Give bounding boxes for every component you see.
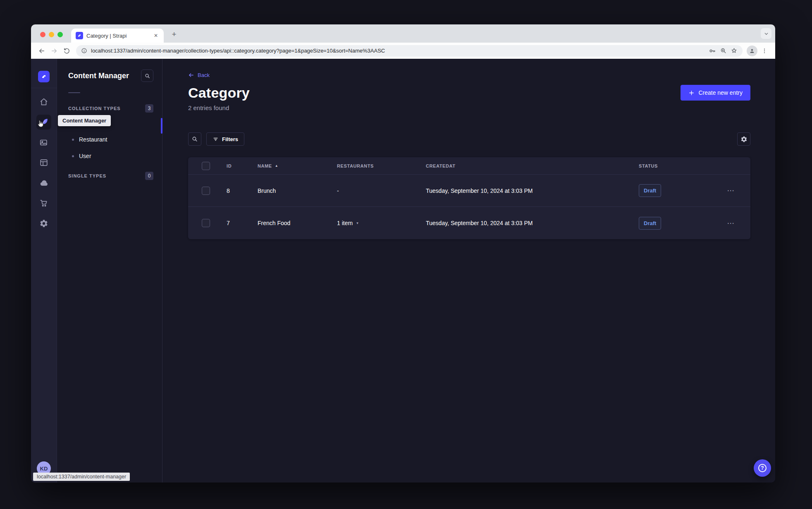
password-manager-icon[interactable] bbox=[709, 47, 716, 55]
entries-table: ID NAME ▲ RESTAURANTS CREATEDAT STATUS 8… bbox=[188, 157, 750, 239]
bullet-icon bbox=[72, 139, 74, 141]
back-label: Back bbox=[198, 72, 210, 78]
sort-asc-icon: ▲ bbox=[275, 164, 279, 168]
collection-types-label: COLLECTION TYPES bbox=[68, 106, 121, 111]
create-new-entry-label: Create new entry bbox=[698, 89, 743, 96]
subnav-search-button[interactable] bbox=[141, 70, 153, 82]
single-types-label: SINGLE TYPES bbox=[68, 173, 106, 178]
link-preview-statusbar: localhost:1337/admin/content-manager bbox=[33, 473, 130, 481]
cell-id: 8 bbox=[227, 187, 258, 194]
nav-marketplace-icon[interactable] bbox=[36, 196, 51, 211]
help-button[interactable]: ? bbox=[754, 459, 771, 477]
plus-icon bbox=[688, 90, 695, 96]
back-link[interactable]: Back bbox=[188, 71, 210, 79]
zoom-icon[interactable] bbox=[720, 47, 727, 54]
entries-count: 2 entries found bbox=[188, 104, 750, 112]
bullet-icon bbox=[72, 155, 74, 157]
question-mark-icon: ? bbox=[758, 464, 767, 472]
site-info-icon[interactable] bbox=[81, 48, 87, 54]
page-title: Category bbox=[188, 85, 250, 101]
cell-name: French Food bbox=[258, 220, 337, 226]
table-header-row: ID NAME ▲ RESTAURANTS CREATEDAT STATUS bbox=[188, 157, 750, 175]
back-nav-icon[interactable] bbox=[36, 46, 47, 56]
subnav-item-label: User bbox=[79, 153, 91, 159]
subnav-title: Content Manager bbox=[68, 72, 129, 80]
strapi-favicon-icon bbox=[76, 32, 83, 39]
column-header-restaurants[interactable]: RESTAURANTS bbox=[337, 163, 426, 168]
mouse-cursor-icon bbox=[36, 119, 45, 130]
nav-home-icon[interactable] bbox=[36, 94, 51, 109]
strapi-admin: KD Content Manager COLLECTION TYPES 3 Ca… bbox=[31, 59, 775, 483]
close-tab-icon[interactable]: ✕ bbox=[152, 32, 160, 39]
cell-restaurants[interactable]: 1 item ▾ bbox=[337, 220, 426, 226]
table-row[interactable]: 8 Brunch - Tuesday, September 10, 2024 a… bbox=[188, 175, 750, 207]
reload-icon[interactable] bbox=[61, 46, 72, 56]
column-header-name[interactable]: NAME ▲ bbox=[258, 163, 337, 168]
active-item-indicator bbox=[161, 118, 162, 134]
search-icon bbox=[191, 136, 198, 142]
single-types-count-badge: 0 bbox=[145, 172, 153, 180]
close-window-button[interactable] bbox=[40, 32, 45, 37]
arrow-left-icon bbox=[188, 72, 194, 78]
collection-types-count-badge: 3 bbox=[145, 104, 153, 113]
row-actions-button[interactable]: ⋯ bbox=[727, 186, 735, 195]
window-controls bbox=[40, 32, 63, 37]
nav-settings-icon[interactable] bbox=[36, 216, 51, 231]
status-badge: Draft bbox=[639, 184, 661, 197]
filter-icon bbox=[213, 136, 219, 142]
view-settings-button[interactable] bbox=[737, 132, 750, 146]
column-header-createdat[interactable]: CREATEDAT bbox=[426, 163, 639, 168]
bookmark-star-icon[interactable] bbox=[731, 47, 738, 54]
row-actions-button[interactable]: ⋯ bbox=[727, 219, 735, 228]
nav-media-library-icon[interactable] bbox=[36, 135, 51, 150]
cell-name: Brunch bbox=[258, 187, 337, 194]
table-row[interactable]: 7 French Food 1 item ▾ Tuesday, Septembe… bbox=[188, 207, 750, 239]
gear-icon bbox=[740, 136, 748, 143]
cell-createdat: Tuesday, September 10, 2024 at 3:03 PM bbox=[426, 220, 639, 226]
nav-deploy-cloud-icon[interactable] bbox=[36, 175, 51, 190]
select-all-checkbox[interactable] bbox=[202, 162, 210, 170]
nav-content-type-builder-icon[interactable] bbox=[36, 155, 51, 170]
browser-profile-icon[interactable] bbox=[747, 46, 757, 56]
browser-toolbar: localhost:1337/admin/content-manager/col… bbox=[31, 43, 775, 59]
browser-window: Category | Strapi ✕ + localhost:1337/adm… bbox=[31, 24, 775, 483]
cell-restaurants: - bbox=[337, 187, 426, 194]
tab-title: Category | Strapi bbox=[86, 33, 149, 39]
tab-strip: Category | Strapi ✕ + bbox=[31, 24, 775, 43]
strapi-logo-icon[interactable] bbox=[38, 71, 50, 82]
create-new-entry-button[interactable]: Create new entry bbox=[681, 85, 750, 101]
subnav-item-restaurant[interactable]: Restaurant bbox=[68, 131, 153, 148]
subnav-item-user[interactable]: User bbox=[68, 148, 153, 164]
row-checkbox[interactable] bbox=[202, 187, 210, 195]
subnav-item-label: Restaurant bbox=[79, 136, 107, 143]
address-bar[interactable]: localhost:1337/admin/content-manager/col… bbox=[76, 45, 743, 57]
rail-divider bbox=[31, 88, 57, 88]
row-checkbox[interactable] bbox=[202, 219, 210, 227]
browser-menu-icon[interactable] bbox=[759, 46, 770, 56]
browser-tab[interactable]: Category | Strapi ✕ bbox=[71, 29, 164, 43]
filters-label: Filters bbox=[222, 136, 238, 142]
minimize-window-button[interactable] bbox=[49, 32, 54, 37]
chevron-down-icon: ▾ bbox=[356, 221, 358, 225]
main-content: Back Category Create new entry 2 entries… bbox=[162, 59, 775, 483]
search-button[interactable] bbox=[188, 132, 201, 146]
url-text[interactable]: localhost:1337/admin/content-manager/col… bbox=[91, 48, 705, 54]
new-tab-button[interactable]: + bbox=[169, 29, 179, 40]
column-header-id[interactable]: ID bbox=[227, 163, 258, 168]
nav-tooltip: Content Manager bbox=[58, 115, 111, 126]
forward-nav-icon[interactable] bbox=[49, 46, 60, 56]
filters-button[interactable]: Filters bbox=[206, 132, 244, 146]
cell-id: 7 bbox=[227, 220, 258, 226]
cell-createdat: Tuesday, September 10, 2024 at 3:03 PM bbox=[426, 187, 639, 194]
maximize-window-button[interactable] bbox=[57, 32, 63, 37]
subnav-divider bbox=[68, 92, 80, 93]
status-badge: Draft bbox=[639, 217, 661, 230]
tab-search-button[interactable] bbox=[761, 28, 771, 39]
column-header-status[interactable]: STATUS bbox=[639, 163, 719, 168]
